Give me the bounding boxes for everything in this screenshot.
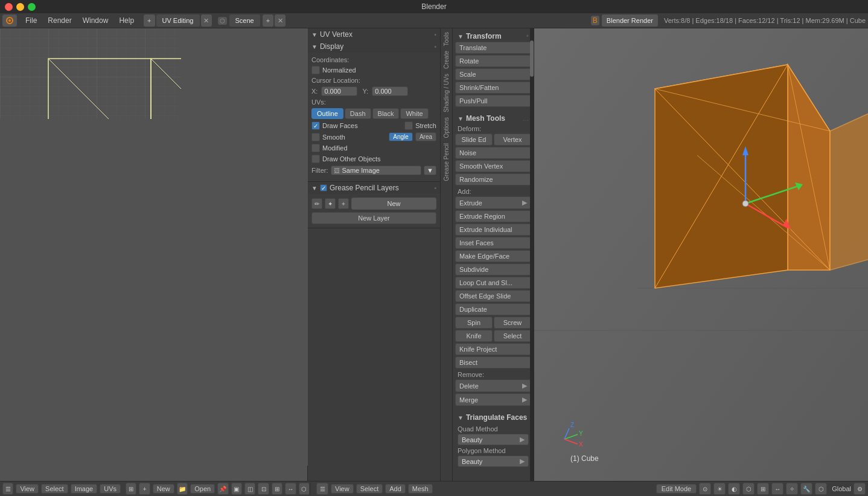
viewport-icons-4[interactable]: ⬡ bbox=[742, 483, 755, 495]
status-settings-icon[interactable]: ⚙ bbox=[854, 483, 866, 495]
uv-sync-icon[interactable]: ↔ bbox=[285, 483, 296, 495]
display-header[interactable]: ▼ Display • bbox=[308, 40, 440, 53]
panel-scrollbar[interactable] bbox=[530, 28, 534, 481]
viewport-icons-6[interactable]: ↔ bbox=[771, 483, 783, 495]
area-btn[interactable]: Area bbox=[415, 132, 436, 141]
uv-tools5[interactable]: ⊞ bbox=[272, 483, 282, 495]
status-select-btn[interactable]: Select bbox=[41, 484, 68, 494]
modified-checkbox[interactable] bbox=[311, 144, 320, 152]
uv-layout-icon[interactable]: ⊞ bbox=[126, 483, 136, 495]
filter-dropdown[interactable]: ▼ bbox=[424, 166, 436, 175]
viewport-3d[interactable]: User Persp ◤ bbox=[534, 28, 868, 481]
uv-magnet-icon[interactable]: ⬡ bbox=[299, 483, 310, 495]
scene-label[interactable]: Scene bbox=[229, 14, 260, 27]
tab-tools[interactable]: Tools bbox=[442, 30, 451, 48]
merge-dropdown[interactable]: Merge ▶ bbox=[455, 393, 531, 406]
render-engine-button[interactable]: Blender Render bbox=[602, 14, 658, 27]
tab-grease-pencil[interactable]: Grease Pencil bbox=[442, 141, 451, 184]
rotate-btn[interactable]: Rotate bbox=[455, 55, 531, 67]
viewport-icons-7[interactable]: ✧ bbox=[786, 483, 798, 495]
menu-file[interactable]: File bbox=[21, 15, 42, 26]
gp-move-btn[interactable]: ✦ bbox=[325, 198, 336, 209]
workspace-label[interactable]: UV Editing bbox=[156, 14, 200, 27]
maximize-button[interactable] bbox=[28, 3, 36, 11]
mesh-tools-header[interactable]: ▼ Mesh Tools ... bbox=[455, 113, 531, 124]
angle-btn[interactable]: Angle bbox=[389, 132, 413, 141]
uv-pin-icon[interactable]: 📌 bbox=[217, 483, 228, 495]
spin-btn[interactable]: Spin bbox=[455, 317, 493, 329]
viewport-icons-5[interactable]: ⊞ bbox=[757, 483, 769, 495]
uv-tools4[interactable]: ⊡ bbox=[258, 483, 269, 495]
panel-scrollbar-thumb[interactable] bbox=[530, 40, 534, 77]
noise-btn[interactable]: Noise bbox=[455, 147, 531, 159]
slide-ed-btn[interactable]: Slide Ed bbox=[455, 134, 493, 146]
uv-viewport[interactable] bbox=[0, 28, 308, 466]
delete-dropdown[interactable]: Delete ▶ bbox=[455, 379, 531, 392]
viewport-icons-3[interactable]: ◐ bbox=[728, 483, 740, 495]
grease-pencil-header[interactable]: ▼ Grease Pencil Layers • bbox=[308, 182, 440, 194]
extrude-region-btn[interactable]: Extrude Region bbox=[455, 210, 531, 222]
uv-new-btn[interactable]: New bbox=[153, 484, 174, 494]
filter-value[interactable]: 🖼 Same Image bbox=[331, 166, 422, 175]
uv-black-btn[interactable]: Black bbox=[372, 108, 400, 119]
tab-shading-uvs[interactable]: Shading / UVs bbox=[442, 71, 451, 115]
knife-project-btn[interactable]: Knife Project bbox=[455, 343, 531, 355]
loop-cut-btn[interactable]: Loop Cut and Sl... bbox=[455, 277, 531, 289]
status-image-btn[interactable]: Image bbox=[71, 484, 98, 494]
menu-window[interactable]: Window bbox=[78, 15, 113, 26]
normalized-checkbox[interactable] bbox=[311, 66, 320, 74]
vertex-btn[interactable]: Vertex bbox=[494, 134, 531, 146]
new-layer-new-btn[interactable]: New bbox=[351, 198, 436, 210]
scene-add-button[interactable]: + bbox=[263, 14, 273, 27]
triangulate-header[interactable]: ▼ Triangulate Faces bbox=[455, 412, 531, 423]
bisect-btn[interactable]: Bisect bbox=[455, 356, 531, 369]
screw-btn[interactable]: Screw bbox=[494, 317, 531, 329]
edit-mode-btn[interactable]: Edit Mode bbox=[656, 484, 697, 494]
draw-faces-checkbox[interactable] bbox=[311, 121, 320, 130]
uv-white-btn[interactable]: White bbox=[400, 108, 428, 119]
subdivide-btn[interactable]: Subdivide bbox=[455, 263, 531, 275]
uv-outline-btn[interactable]: Outline bbox=[311, 108, 343, 119]
x-value-field[interactable]: 0.000 bbox=[321, 86, 357, 96]
grease-pencil-checkbox[interactable] bbox=[320, 184, 327, 192]
workspace-close-button[interactable]: ✕ bbox=[201, 14, 212, 27]
draw-other-checkbox[interactable] bbox=[311, 155, 320, 163]
randomize-btn[interactable]: Randomize bbox=[455, 173, 531, 185]
smooth-checkbox[interactable] bbox=[311, 133, 320, 141]
uv-new-icon[interactable]: + bbox=[139, 483, 150, 495]
select-btn[interactable]: Select bbox=[494, 330, 531, 342]
status-right-mesh[interactable]: Mesh bbox=[408, 484, 433, 494]
uv-vertex-header[interactable]: ▼ UV Vertex • bbox=[308, 28, 440, 40]
offset-edge-btn[interactable]: Offset Edge Slide bbox=[455, 290, 531, 302]
viewport-icons-9[interactable]: ⬡ bbox=[815, 483, 827, 495]
menu-help[interactable]: Help bbox=[114, 15, 139, 26]
push-pull-btn[interactable]: Push/Pull bbox=[455, 95, 531, 107]
status-right-view[interactable]: View bbox=[331, 484, 354, 494]
status-right-add[interactable]: Add bbox=[385, 484, 406, 494]
status-uvs-btn[interactable]: UVs bbox=[100, 484, 121, 494]
tab-create[interactable]: Create bbox=[442, 48, 451, 71]
inset-faces-btn[interactable]: Inset Faces bbox=[455, 237, 531, 249]
shrink-fatten-btn[interactable]: Shrink/Fatten bbox=[455, 82, 531, 94]
gp-add-btn[interactable]: + bbox=[338, 198, 349, 209]
translate-btn[interactable]: Translate bbox=[455, 42, 531, 54]
scale-btn[interactable]: Scale bbox=[455, 68, 531, 80]
minimize-button[interactable] bbox=[16, 3, 24, 11]
tab-options[interactable]: Options bbox=[442, 115, 451, 140]
make-edge-face-btn[interactable]: Make Edge/Face bbox=[455, 250, 531, 262]
status-icon-btn[interactable]: ☰ bbox=[2, 483, 13, 495]
smooth-vertex-btn[interactable]: Smooth Vertex bbox=[455, 160, 531, 172]
uv-open-icon[interactable]: 📁 bbox=[177, 483, 188, 495]
uv-open-btn[interactable]: Open bbox=[190, 484, 215, 494]
transform-header[interactable]: ▼ Transform • bbox=[455, 31, 531, 42]
status-right-select[interactable]: Select bbox=[356, 484, 383, 494]
uv-tools2[interactable]: ▣ bbox=[231, 483, 242, 495]
knife-btn[interactable]: Knife bbox=[455, 330, 493, 342]
stretch-checkbox[interactable] bbox=[404, 121, 413, 130]
extrude-dropdown[interactable]: Extrude ▶ bbox=[455, 196, 531, 209]
blender-icon[interactable] bbox=[2, 14, 17, 27]
status-right-icon[interactable]: ☰ bbox=[316, 483, 328, 495]
viewport-icons-8[interactable]: 🔧 bbox=[800, 483, 812, 495]
extrude-individual-btn[interactable]: Extrude Individual bbox=[455, 224, 531, 236]
y-value-field[interactable]: 0.000 bbox=[372, 86, 408, 96]
